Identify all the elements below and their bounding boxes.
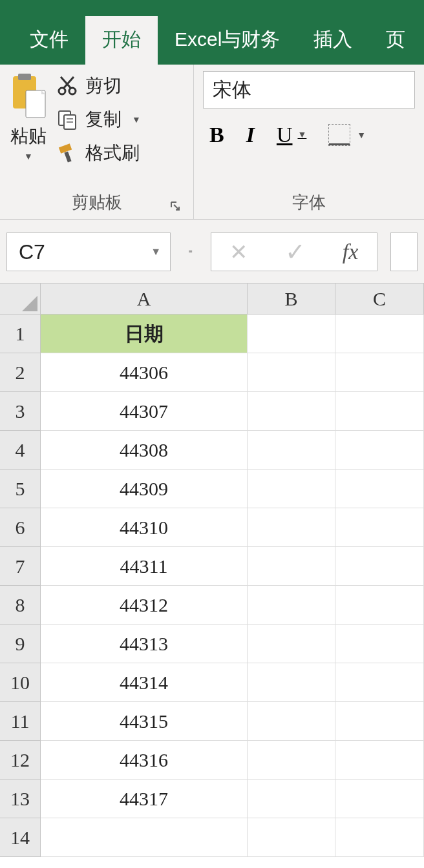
name-box-dropdown-caret[interactable]: ▼ (151, 246, 161, 258)
format-painter-button[interactable]: 格式刷 (57, 141, 141, 165)
row-header[interactable]: 4 (0, 431, 41, 470)
cell-a4[interactable]: 44308 (41, 431, 248, 470)
cell-b11[interactable] (248, 702, 335, 741)
cut-label: 剪切 (85, 74, 122, 98)
cancel-icon[interactable]: ✕ (229, 239, 248, 265)
tab-insert[interactable]: 插入 (297, 16, 369, 65)
ribbon-tabs: 文件 开始 Excel与财务 插入 页 (0, 19, 424, 65)
cell-b13[interactable] (248, 780, 335, 818)
cell-b7[interactable] (248, 547, 335, 586)
copy-button[interactable]: 复制 ▼ (57, 107, 141, 132)
paste-label: 粘贴 (10, 124, 47, 149)
cell-b2[interactable] (248, 353, 335, 392)
underline-button[interactable]: U ▼ (277, 123, 306, 147)
cell-c1[interactable] (335, 315, 424, 353)
cell-a3[interactable]: 44307 (41, 392, 248, 431)
row-header[interactable]: 10 (0, 663, 41, 702)
fx-icon[interactable]: fx (343, 240, 359, 264)
copy-dropdown-caret[interactable]: ▼ (132, 114, 141, 125)
row-header[interactable]: 6 (0, 508, 41, 547)
enter-icon[interactable]: ✓ (285, 238, 306, 266)
row-header[interactable]: 11 (0, 702, 41, 741)
underline-label: U (277, 123, 293, 147)
ribbon-group-clipboard: 粘贴 ▼ 剪切 (0, 65, 194, 219)
cell-b10[interactable] (248, 663, 335, 702)
cell-c9[interactable] (335, 625, 424, 663)
cell-b12[interactable] (248, 741, 335, 780)
cell-b4[interactable] (248, 431, 335, 470)
row-header[interactable]: 12 (0, 741, 41, 780)
font-name-combo[interactable] (203, 71, 415, 108)
tab-page-layout[interactable]: 页 (369, 16, 422, 65)
name-box[interactable]: C7 ▼ (6, 232, 171, 271)
cell-a9[interactable]: 44313 (41, 625, 248, 663)
select-all-corner[interactable] (0, 284, 41, 315)
italic-button[interactable]: I (246, 123, 255, 147)
cell-c3[interactable] (335, 392, 424, 431)
cut-button[interactable]: 剪切 (57, 74, 141, 98)
row-header[interactable]: 8 (0, 586, 41, 625)
copy-icon (57, 109, 78, 130)
cell-a5[interactable]: 44309 (41, 470, 248, 508)
cell-b14[interactable] (248, 818, 335, 857)
copy-label: 复制 (85, 107, 122, 132)
cell-c12[interactable] (335, 741, 424, 780)
cell-a13[interactable]: 44317 (41, 780, 248, 818)
paste-dropdown-caret[interactable]: ▼ (24, 151, 33, 161)
borders-button[interactable] (328, 124, 350, 146)
cell-c14[interactable] (335, 818, 424, 857)
bold-button[interactable]: B (209, 123, 224, 147)
row-header[interactable]: 1 (0, 315, 41, 353)
spreadsheet-grid[interactable]: A B C 1 日期 2 44306 3 44307 4 44308 5 443… (0, 284, 424, 857)
row-header[interactable]: 9 (0, 625, 41, 663)
cell-b1[interactable] (248, 315, 335, 353)
column-header-a[interactable]: A (41, 284, 248, 315)
cell-a12[interactable]: 44316 (41, 741, 248, 780)
cell-b6[interactable] (248, 508, 335, 547)
cell-a11[interactable]: 44315 (41, 702, 248, 741)
tab-excel-finance[interactable]: Excel与财务 (158, 16, 297, 65)
cell-c7[interactable] (335, 547, 424, 586)
scissors-icon (57, 76, 78, 96)
cell-b8[interactable] (248, 586, 335, 625)
tab-file[interactable]: 文件 (13, 16, 85, 65)
cell-c10[interactable] (335, 663, 424, 702)
cell-a10[interactable]: 44314 (41, 663, 248, 702)
name-box-value: C7 (19, 240, 45, 264)
formula-bar-input[interactable] (390, 232, 418, 271)
cell-a8[interactable]: 44312 (41, 586, 248, 625)
cell-a6[interactable]: 44310 (41, 508, 248, 547)
expand-button[interactable]: ≡ (184, 249, 198, 255)
row-header[interactable]: 5 (0, 470, 41, 508)
cell-c2[interactable] (335, 353, 424, 392)
column-header-c[interactable]: C (335, 284, 424, 315)
row-header[interactable]: 14 (0, 818, 41, 857)
cell-c4[interactable] (335, 431, 424, 470)
cell-c13[interactable] (335, 780, 424, 818)
cell-a2[interactable]: 44306 (41, 353, 248, 392)
svg-rect-13 (64, 151, 71, 162)
paste-button[interactable]: 粘贴 ▼ (9, 71, 48, 161)
row-header[interactable]: 2 (0, 353, 41, 392)
cell-b5[interactable] (248, 470, 335, 508)
ribbon-group-font: B I U ▼ ▼ 字体 (194, 65, 424, 219)
cell-b3[interactable] (248, 392, 335, 431)
svg-rect-2 (26, 90, 45, 118)
cell-a7[interactable]: 44311 (41, 547, 248, 586)
cell-a14[interactable] (41, 818, 248, 857)
column-header-b[interactable]: B (248, 284, 335, 315)
row-header[interactable]: 13 (0, 780, 41, 818)
row-header[interactable]: 3 (0, 392, 41, 431)
cell-b9[interactable] (248, 625, 335, 663)
cell-c5[interactable] (335, 470, 424, 508)
clipboard-dialog-launcher-icon[interactable] (170, 201, 180, 211)
underline-dropdown-caret[interactable]: ▼ (297, 130, 306, 140)
row-header[interactable]: 7 (0, 547, 41, 586)
tab-home[interactable]: 开始 (85, 16, 158, 65)
cell-c8[interactable] (335, 586, 424, 625)
borders-dropdown-caret[interactable]: ▼ (357, 130, 366, 140)
cell-c11[interactable] (335, 702, 424, 741)
cell-c6[interactable] (335, 508, 424, 547)
brush-icon (57, 143, 78, 163)
cell-a1[interactable]: 日期 (41, 315, 248, 353)
